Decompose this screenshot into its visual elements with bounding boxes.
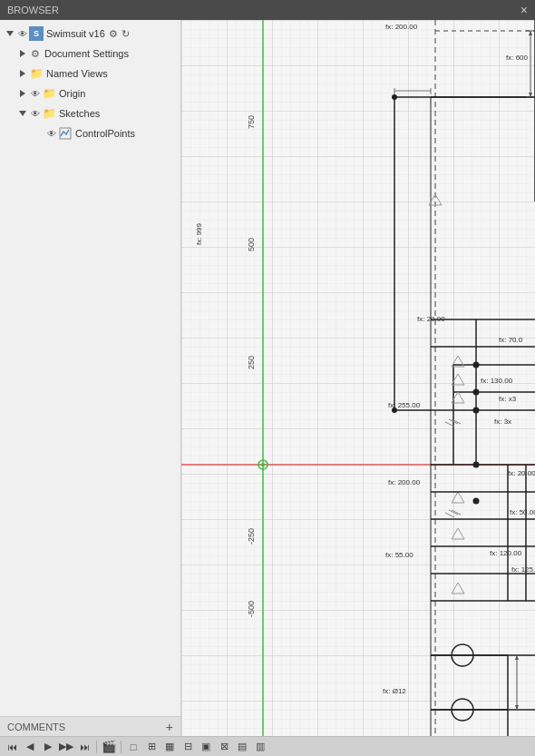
- gear-icon-doc: ⚙: [29, 47, 42, 60]
- svg-point-48: [473, 498, 480, 505]
- tree-arrow-named-views[interactable]: [16, 67, 29, 80]
- toolbar-btn-1[interactable]: □: [125, 739, 141, 755]
- svg-point-45: [473, 389, 480, 396]
- model-icon-root: S: [29, 26, 44, 41]
- toolbar-btn-4[interactable]: ⊟: [180, 739, 196, 755]
- svg-text:500: 500: [247, 238, 256, 251]
- svg-text:-250: -250: [247, 528, 256, 545]
- eye-icon-cp[interactable]: 👁: [45, 127, 58, 140]
- tree-arrow-doc-settings[interactable]: [16, 47, 29, 60]
- tree-item-control-points[interactable]: 👁 ControlPoints: [0, 123, 180, 143]
- toolbar-separator-1: [96, 741, 97, 753]
- svg-text:fx: 70.0: fx: 70.0: [499, 336, 523, 344]
- tree-arrow-origin[interactable]: [16, 87, 29, 100]
- play-button[interactable]: ▶: [40, 739, 56, 755]
- browser-title: BROWSER: [7, 5, 59, 15]
- tree-item-sketches[interactable]: 👁 📁 Sketches: [0, 103, 180, 123]
- tree-label-origin: Origin: [59, 88, 85, 99]
- settings-icon[interactable]: ⚙: [109, 28, 118, 40]
- tree-item-named-views[interactable]: 📁 Named Views: [0, 64, 180, 83]
- svg-text:fx: 200.00: fx: 200.00: [388, 478, 421, 486]
- svg-point-85: [261, 463, 265, 466]
- browser-tree: 👁 S Swimsuit v16 ⚙ ↻ ⚙ Document Settings…: [0, 20, 180, 716]
- first-frame-button[interactable]: ⏮: [4, 739, 20, 755]
- svg-point-15: [392, 94, 397, 100]
- last-frame-button[interactable]: ⏭: [76, 739, 92, 755]
- svg-text:fx: 20.00: fx: 20.00: [508, 469, 535, 477]
- sketch-canvas: 750 500 250 -250 -500 fx: 999: [181, 20, 535, 736]
- svg-text:250: 250: [247, 356, 256, 369]
- svg-text:fx: 120.00: fx: 120.00: [490, 549, 522, 557]
- toolbar-separator-2: [121, 741, 122, 753]
- folder-icon-named-views: 📁: [29, 66, 44, 81]
- comments-label: COMMENTS: [7, 722, 65, 732]
- canvas-area[interactable]: 750 500 250 -250 -500 fx: 999: [181, 20, 535, 736]
- svg-text:fx: 50.00: fx: 50.00: [510, 508, 535, 516]
- svg-text:750: 750: [247, 115, 256, 129]
- reload-icon[interactable]: ↻: [122, 28, 130, 40]
- svg-text:fx: x3: fx: x3: [499, 395, 517, 403]
- eye-icon-origin[interactable]: 👁: [29, 87, 42, 100]
- svg-text:fx: 125.00: fx: 125.00: [511, 565, 535, 574]
- bottom-toolbar: ⏮ ◀ ▶ ▶▶ ⏭ 🎬 □ ⊞ ▦ ⊟ ▣ ⊠ ▤ ▥: [0, 736, 535, 756]
- svg-text:fx: 255.00: fx: 255.00: [388, 401, 421, 409]
- close-icon[interactable]: ×: [520, 3, 528, 17]
- camera-button[interactable]: 🎬: [101, 739, 117, 755]
- folder-icon-origin: 📁: [42, 86, 56, 101]
- tree-item-origin[interactable]: 👁 📁 Origin: [0, 83, 180, 103]
- toolbar-btn-2[interactable]: ⊞: [143, 739, 160, 755]
- main-layout: 👁 S Swimsuit v16 ⚙ ↻ ⚙ Document Settings…: [0, 20, 535, 736]
- tree-label-cp: ControlPoints: [75, 128, 135, 139]
- svg-point-44: [473, 362, 480, 368]
- tree-arrow-root[interactable]: [4, 27, 16, 40]
- eye-icon-root[interactable]: 👁: [16, 27, 29, 40]
- left-panel: 👁 S Swimsuit v16 ⚙ ↻ ⚙ Document Settings…: [0, 20, 181, 736]
- tree-label-named-views: Named Views: [46, 68, 108, 79]
- tree-item-root[interactable]: 👁 S Swimsuit v16 ⚙ ↻: [0, 24, 180, 44]
- tree-label-sketches: Sketches: [59, 108, 100, 119]
- folder-icon-sketches: 📁: [42, 106, 56, 121]
- tree-arrow-cp: [33, 127, 45, 140]
- sketch-icon-cp: [58, 126, 73, 141]
- comments-bar[interactable]: COMMENTS +: [0, 716, 180, 736]
- toolbar-btn-6[interactable]: ⊠: [216, 739, 232, 755]
- toolbar-btn-3[interactable]: ▦: [161, 739, 178, 755]
- svg-point-46: [473, 407, 480, 414]
- prev-frame-button[interactable]: ◀: [22, 739, 38, 755]
- browser-topbar: BROWSER ×: [0, 0, 535, 20]
- svg-text:fx: 3x: fx: 3x: [494, 417, 511, 426]
- toolbar-btn-7[interactable]: ▤: [234, 739, 250, 755]
- svg-text:fx: 20.00: fx: 20.00: [417, 315, 445, 323]
- svg-text:fx: Ø12: fx: Ø12: [383, 687, 406, 695]
- eye-icon-sketches[interactable]: 👁: [29, 107, 42, 120]
- tree-arrow-sketches[interactable]: [16, 107, 29, 120]
- svg-text:fx: 600: fx: 600: [506, 54, 529, 62]
- svg-text:-500: -500: [247, 601, 256, 617]
- tree-label-doc-settings: Document Settings: [44, 48, 129, 59]
- toolbar-btn-5[interactable]: ▣: [198, 739, 214, 755]
- tree-item-doc-settings[interactable]: ⚙ Document Settings: [0, 44, 180, 64]
- comments-plus-icon[interactable]: +: [166, 720, 173, 734]
- next-frame-button[interactable]: ▶▶: [58, 739, 74, 755]
- svg-text:fx: 200.00: fx: 200.00: [385, 23, 418, 31]
- toolbar-btn-8[interactable]: ▥: [252, 739, 268, 755]
- tree-label-root: Swimsuit v16: [46, 28, 105, 39]
- svg-text:fx: 55.00: fx: 55.00: [385, 551, 413, 559]
- svg-text:fx: 999: fx: 999: [195, 222, 203, 245]
- svg-text:fx: 130.00: fx: 130.00: [481, 377, 513, 385]
